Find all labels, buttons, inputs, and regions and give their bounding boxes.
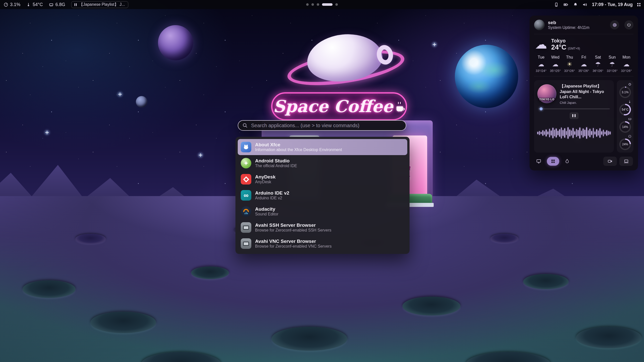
- result-item-about-xfce[interactable]: About Xfce Information about the Xfce De…: [238, 139, 407, 155]
- display-icon: [536, 159, 541, 164]
- cpu-gauge-icon: [4, 2, 8, 7]
- volume-icon[interactable]: [582, 2, 587, 7]
- forecast-temps: 33°/26°: [564, 69, 575, 72]
- power-icon: [627, 23, 631, 27]
- forecast-day[interactable]: Wed ☁ 35°/25°: [549, 55, 562, 72]
- workspace-dot[interactable]: [317, 3, 319, 6]
- workspace-indicator[interactable]: [306, 0, 338, 9]
- bell-icon[interactable]: [573, 2, 578, 7]
- album-art[interactable]: TOKYO LO: [537, 84, 556, 103]
- xfce-icon: [241, 142, 251, 152]
- rain-icon: ☂: [595, 61, 601, 67]
- result-title: AnyDesk: [255, 174, 275, 179]
- workspace-dot[interactable]: [322, 3, 333, 6]
- result-desc: Browse for Zeroconf-enabled SSH Servers: [255, 228, 331, 232]
- media-indicator-text: 【Japanese Playlist】 J...: [79, 2, 125, 7]
- launcher-results: About Xfce Information about the Xfce De…: [235, 137, 410, 254]
- app-grid-icon[interactable]: [637, 3, 640, 6]
- forecast-temps: 33°/24°: [536, 69, 547, 72]
- workspace-dot[interactable]: [311, 3, 314, 6]
- quick-actions: [534, 157, 633, 166]
- cpu-stat[interactable]: 3.1%: [618, 83, 632, 98]
- avatar[interactable]: [534, 20, 545, 30]
- ram-ring: 14%: [619, 121, 631, 133]
- temp-indicator[interactable]: 54°C: [26, 2, 43, 7]
- laptop-icon: [624, 159, 629, 164]
- battery-icon[interactable]: [563, 2, 569, 7]
- server-browser-icon: [241, 222, 251, 233]
- forecast-day-label: Fri: [581, 55, 586, 59]
- forecast-day[interactable]: Tue ☁ 33°/24°: [535, 55, 548, 72]
- seek-bar[interactable]: [538, 108, 610, 109]
- seek-handle[interactable]: [540, 107, 543, 110]
- record-button[interactable]: [603, 157, 617, 166]
- disk-ring: 24%: [619, 139, 631, 150]
- result-title: Arduino IDE v2: [255, 191, 289, 195]
- result-item-avahi-ssh[interactable]: Avahi SSH Server Browser Browse for Zero…: [238, 219, 407, 236]
- screenshot-button[interactable]: [619, 157, 633, 166]
- pause-button[interactable]: [570, 112, 579, 119]
- pause-icon: [74, 3, 77, 6]
- media-indicator[interactable]: 【Japanese Playlist】 J...: [71, 1, 128, 8]
- temp-text: 54°C: [33, 2, 43, 7]
- phone-link-icon[interactable]: [554, 2, 559, 7]
- memory-indicator[interactable]: 6.8G: [49, 2, 65, 7]
- widget-panel: seb System Uptime: 4h11m ☁ Tokyo 24°C (G…: [530, 16, 638, 170]
- waveform: [537, 122, 611, 144]
- droplet-icon: [565, 159, 570, 164]
- power-button[interactable]: [624, 20, 633, 29]
- result-item-arduino[interactable]: ∞ Arduino IDE v2 Arduino IDE v2: [238, 187, 407, 203]
- result-title: About Xfce: [255, 142, 342, 147]
- settings-button[interactable]: [610, 20, 619, 29]
- neon-sign-text: Space Coffee: [273, 97, 393, 116]
- weather-temp: 24°C: [551, 44, 566, 51]
- workspace-dot[interactable]: [335, 3, 338, 6]
- arduino-icon: ∞: [241, 190, 251, 201]
- forecast-day[interactable]: Thu ☀ 33°/26°: [563, 55, 576, 72]
- server-browser-icon: [241, 238, 251, 249]
- forecast-temps: 36°/26°: [593, 69, 603, 72]
- sparkle-star: [433, 43, 436, 46]
- forecast-day[interactable]: Mon ☁ 33°/26°: [620, 55, 633, 72]
- apps-button[interactable]: [547, 157, 559, 166]
- weather-forecast: Tue ☁ 33°/24° Wed ☁ 35°/25° Thu ☀ 33°/26…: [534, 55, 633, 72]
- ram-stat-value: 14%: [621, 122, 630, 131]
- disk-stat[interactable]: 24%: [618, 135, 632, 150]
- album-art-label: TOKYO LO: [538, 98, 556, 101]
- workspace-dot[interactable]: [306, 3, 309, 6]
- topbar-left: 3.1% 54°C 6.8G 【Japanese Playlist】 J...: [4, 1, 128, 8]
- forecast-day[interactable]: Fri ☁ 35°/26°: [577, 55, 590, 72]
- forecast-day-label: Mon: [622, 55, 630, 59]
- display-button[interactable]: [536, 159, 541, 164]
- earth-planet: [455, 45, 518, 108]
- crater: [403, 297, 460, 315]
- result-desc: Browse for Zeroconf-enabled VNC Servers: [255, 244, 332, 248]
- crater: [75, 234, 106, 244]
- user-name: seb: [548, 20, 607, 25]
- forecast-day[interactable]: Sat ☂ 36°/26°: [591, 55, 605, 72]
- weather-timezone: (GMT+9): [568, 47, 580, 50]
- theme-button[interactable]: [565, 159, 570, 164]
- forecast-day-label: Sat: [595, 55, 601, 59]
- launcher-search-bar[interactable]: [238, 120, 406, 131]
- result-title: Avahi SSH Server Browser: [255, 223, 331, 228]
- clock[interactable]: 17:09 - Tue, 19 Aug: [592, 2, 633, 7]
- cloud-icon: ☁: [535, 39, 547, 50]
- result-item-android-studio[interactable]: Android Studio The official Android IDE: [238, 155, 407, 171]
- search-input[interactable]: [251, 122, 402, 129]
- crater: [576, 327, 641, 348]
- neon-coffee-cup-icon: [396, 105, 405, 111]
- result-item-audacity[interactable]: Audacity Sound Editor: [238, 203, 407, 219]
- ram-stat[interactable]: 14%: [618, 117, 632, 133]
- temp-stat[interactable]: 54°C: [618, 100, 632, 115]
- forecast-day-label: Thu: [566, 55, 573, 59]
- forecast-day[interactable]: Sun ☂ 33°/26°: [606, 55, 619, 72]
- result-item-avahi-vnc[interactable]: Avahi VNC Server Browser Browse for Zero…: [238, 236, 407, 252]
- crater: [491, 234, 518, 243]
- cpu-indicator[interactable]: 3.1%: [4, 2, 20, 7]
- result-item-anydesk[interactable]: AnyDesk AnyDesk: [238, 171, 407, 187]
- media-player-card: TOKYO LO 【Japanese Playlist】 Japan All N…: [534, 80, 614, 153]
- sun-icon: ☀: [567, 61, 572, 67]
- weather-card[interactable]: ☁ Tokyo 24°C (GMT+9): [534, 38, 633, 51]
- crater: [272, 327, 347, 351]
